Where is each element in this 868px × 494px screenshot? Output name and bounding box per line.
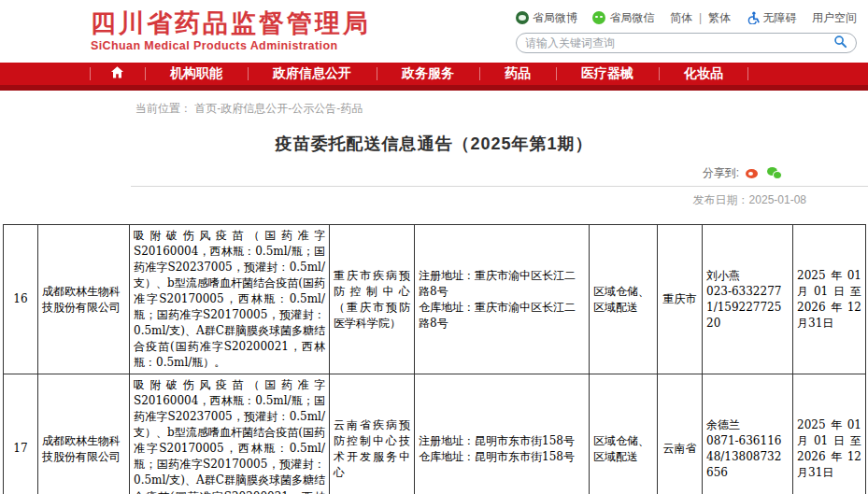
home-icon bbox=[110, 65, 124, 82]
period-cell: 2025年01月01日至2026年12月31日 bbox=[793, 225, 866, 374]
address-cell: 注册地址：重庆市渝中区长江二路8号 仓库地址：重庆市渝中区长江二路8号 bbox=[415, 225, 590, 374]
nav-item-drugs[interactable]: 药品 bbox=[479, 63, 556, 85]
row-number-cell: 17 bbox=[4, 374, 38, 494]
company-cell: 成都欧林生物科技股份有限公司 bbox=[38, 374, 130, 494]
search-icon bbox=[833, 35, 847, 51]
main-nav: 机构职能 政府信息公开 政务服务 药品 医疗器械 化妆品 bbox=[0, 63, 868, 91]
accessibility-icon bbox=[747, 11, 760, 24]
vaccine-cell: 吸附破伤风疫苗（国药准字S20160004，西林瓶：0.5ml/瓶；国药准字S2… bbox=[130, 374, 330, 494]
contact-cell: 余德兰 0871-63611648/13808732656 bbox=[703, 374, 793, 494]
wechat-label: 省局微信 bbox=[609, 10, 654, 26]
header-right: 省局微博 省局微信 简体 | 繁体 无障碍 用户空间 bbox=[516, 9, 857, 53]
lang-separator: | bbox=[696, 11, 704, 24]
nav-item-medical-devices[interactable]: 医疗器械 bbox=[556, 63, 659, 85]
nav-home[interactable] bbox=[90, 63, 145, 85]
breadcrumb: 当前位置： 首页-政府信息公开-公示公告-药品 bbox=[135, 101, 868, 117]
distributor-cell: 云南省疾病预防控制中心技术开发服务中心 bbox=[330, 374, 415, 494]
vaccine-cell: 吸附破伤风疫苗（国药准字S20160004，西林瓶：0.5ml/瓶；国药准字S2… bbox=[130, 225, 330, 374]
content-divider bbox=[131, 186, 868, 187]
vaccine-distribution-table: 16 成都欧林生物科技股份有限公司 吸附破伤风疫苗（国药准字S20160004，… bbox=[3, 224, 866, 494]
weibo-icon bbox=[516, 11, 529, 24]
search-input[interactable] bbox=[525, 36, 832, 49]
row-number-cell: 16 bbox=[4, 225, 38, 374]
breadcrumb-label: 当前位置： bbox=[135, 102, 192, 115]
contact-phone: 0871-63611648/13808732656 bbox=[706, 433, 789, 481]
share-row: 分享到: bbox=[0, 165, 782, 180]
registered-address: 注册地址：重庆市渝中区长江二路8号 bbox=[419, 268, 585, 300]
site-subtitle: SiChuan Medical Products Administration bbox=[91, 39, 371, 52]
lang-traditional[interactable]: 繁体 bbox=[708, 10, 731, 26]
site-logo: 四川省药品监督管理局 SiChuan Medical Products Admi… bbox=[91, 10, 371, 52]
accessibility-link[interactable]: 无障碍 bbox=[747, 10, 797, 26]
publish-date-label: 发布日期： bbox=[693, 193, 749, 206]
province-cell: 云南省 bbox=[658, 374, 703, 494]
storage-mode-cell: 区域仓储、区域配送 bbox=[590, 374, 658, 494]
user-space-label: 用户空间 bbox=[812, 10, 857, 26]
search-box bbox=[516, 33, 857, 53]
registered-address: 注册地址：昆明市东市街158号 bbox=[419, 433, 585, 449]
nav-item-cosmetics[interactable]: 化妆品 bbox=[659, 63, 748, 85]
wechat-icon bbox=[592, 11, 605, 24]
contact-cell: 刘小燕 023-63322771/15922772520 bbox=[703, 225, 793, 374]
user-space-link[interactable]: 用户空间 bbox=[812, 10, 857, 26]
language-switch: 简体 | 繁体 bbox=[670, 10, 731, 26]
page-title: 疫苗委托配送信息通告（2025年第1期） bbox=[0, 133, 868, 155]
share-wechat-icon[interactable] bbox=[767, 167, 782, 179]
site-header: 四川省药品监督管理局 SiChuan Medical Products Admi… bbox=[0, 0, 868, 63]
share-label: 分享到: bbox=[703, 165, 739, 181]
contact-phone: 023-63322771/15922772520 bbox=[706, 284, 789, 332]
table-row: 16 成都欧林生物科技股份有限公司 吸附破伤风疫苗（国药准字S20160004，… bbox=[4, 225, 866, 374]
address-cell: 注册地址：昆明市东市街158号 仓库地址：昆明市东市街158号 bbox=[415, 374, 590, 494]
period-cell: 2025年01月01日至2026年12月31日 bbox=[793, 374, 866, 494]
site-title: 四川省药品监督管理局 bbox=[91, 10, 371, 38]
nav-item-gov-services[interactable]: 政务服务 bbox=[377, 63, 479, 85]
nav-item-orgs[interactable]: 机构职能 bbox=[145, 63, 248, 85]
distributor-cell: 重庆市疾病预防控制中心（重庆市预防医学科学院） bbox=[330, 225, 415, 374]
warehouse-address: 仓库地址：重庆市渝中区长江二路8号 bbox=[419, 300, 585, 332]
warehouse-address: 仓库地址：昆明市东市街158号 bbox=[419, 449, 585, 465]
search-button[interactable] bbox=[832, 35, 847, 50]
contact-name: 余德兰 bbox=[706, 417, 789, 433]
publish-date: 发布日期：2025-01-08 bbox=[0, 192, 806, 208]
publish-date-value: 2025-01-08 bbox=[749, 193, 806, 206]
table-row: 17 成都欧林生物科技股份有限公司 吸附破伤风疫苗（国药准字S20160004，… bbox=[4, 374, 866, 494]
weibo-link[interactable]: 省局微博 bbox=[516, 10, 577, 26]
lang-simplified[interactable]: 简体 bbox=[670, 10, 692, 26]
province-cell: 重庆市 bbox=[658, 225, 703, 374]
storage-mode-cell: 区域仓储、区域配送 bbox=[590, 225, 658, 374]
share-weibo-icon[interactable] bbox=[746, 167, 761, 179]
weibo-label: 省局微博 bbox=[533, 10, 577, 26]
wechat-link[interactable]: 省局微信 bbox=[592, 10, 654, 26]
contact-name: 刘小燕 bbox=[706, 268, 789, 284]
quick-links: 省局微博 省局微信 简体 | 繁体 无障碍 用户空间 bbox=[516, 9, 857, 26]
nav-item-gov-info[interactable]: 政府信息公开 bbox=[248, 63, 377, 85]
accessibility-label: 无障碍 bbox=[763, 10, 797, 26]
breadcrumb-path[interactable]: 首页-政府信息公开-公示公告-药品 bbox=[194, 102, 363, 115]
company-cell: 成都欧林生物科技股份有限公司 bbox=[38, 225, 130, 374]
